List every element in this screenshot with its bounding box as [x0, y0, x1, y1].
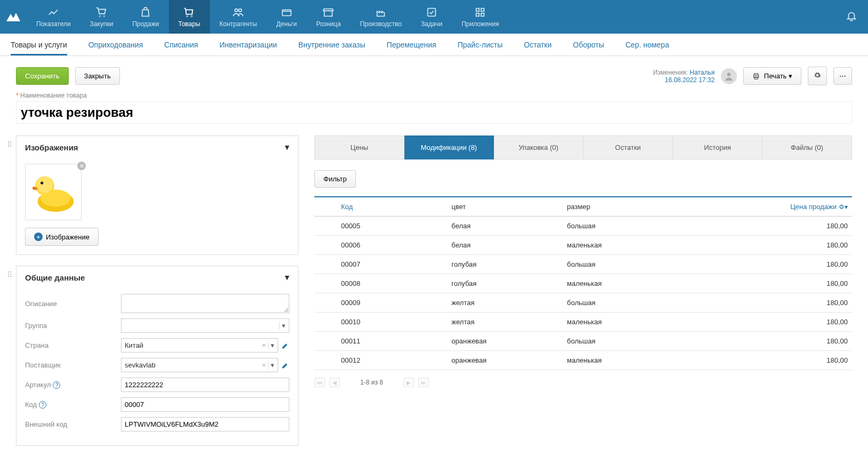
- table-row[interactable]: 00011оранжеваябольшая180,00: [314, 332, 852, 351]
- bell-icon: [846, 10, 857, 22]
- tab-modifications[interactable]: Модификации (8): [404, 135, 494, 159]
- notifications-button[interactable]: [835, 10, 868, 23]
- more-button[interactable]: ⋯: [833, 67, 852, 85]
- country-select[interactable]: Китай ×▾: [121, 338, 278, 353]
- general-panel-header[interactable]: Общие данные ▾: [17, 266, 298, 289]
- changed-user-link[interactable]: Наталья: [689, 69, 715, 76]
- table-row[interactable]: 00008голубаямаленькая180,00: [314, 274, 852, 293]
- cart-icon: [183, 6, 195, 18]
- clear-icon[interactable]: ×: [260, 361, 269, 369]
- close-button[interactable]: Закрыть: [75, 67, 120, 85]
- drag-handle-icon[interactable]: ⠿: [7, 140, 12, 149]
- page-first-button[interactable]: ⏮: [314, 378, 325, 387]
- change-info: Изменения: Наталья 16.08.2022 17:32: [653, 69, 715, 84]
- subnav-turnover[interactable]: Обороты: [573, 34, 604, 55]
- nav-items: Показатели Закупки Продажи Товары Контра…: [27, 0, 835, 34]
- nav-tasks[interactable]: Задачи: [411, 0, 452, 34]
- apps-icon: [474, 6, 486, 18]
- code-input[interactable]: [121, 397, 289, 412]
- help-icon[interactable]: ?: [53, 381, 60, 389]
- subnav-movements[interactable]: Перемещения: [387, 34, 436, 55]
- people-icon: [232, 6, 244, 18]
- gear-icon[interactable]: ⚙▾: [839, 203, 848, 211]
- pencil-icon[interactable]: [281, 341, 289, 350]
- col-price[interactable]: Цена продажи⚙▾: [677, 197, 852, 217]
- save-button[interactable]: Сохранить: [16, 67, 69, 85]
- filter-button[interactable]: Фильтр: [314, 170, 356, 188]
- tab-packaging[interactable]: Упаковка (0): [494, 135, 583, 159]
- nav-counterparties[interactable]: Контрагенты: [210, 0, 267, 34]
- drag-handle-icon[interactable]: ⠿: [7, 270, 12, 279]
- remove-image-button[interactable]: ✕: [77, 162, 86, 170]
- avatar[interactable]: [721, 68, 737, 84]
- subnav-internal-orders[interactable]: Внутренние заказы: [298, 34, 366, 55]
- nav-purchases[interactable]: Закупки: [80, 0, 123, 34]
- subnav-receipts[interactable]: Оприходования: [88, 34, 143, 55]
- svg-point-4: [235, 9, 238, 11]
- subnav-serial[interactable]: Сер. номера: [626, 34, 669, 55]
- nav-apps[interactable]: Приложения: [452, 0, 508, 34]
- supplier-select[interactable]: sevkavlab ×▾: [121, 358, 278, 372]
- article-input[interactable]: [121, 378, 289, 392]
- subnav-writeoffs[interactable]: Списания: [164, 34, 198, 55]
- dots-icon: ⋯: [839, 72, 846, 80]
- supplier-label: Поставщик: [25, 361, 121, 369]
- subnav-products-services[interactable]: Товары и услуги: [11, 34, 67, 55]
- col-size[interactable]: размер: [563, 197, 677, 217]
- tab-balances[interactable]: Остатки: [583, 135, 673, 159]
- group-select[interactable]: ▾: [121, 318, 289, 333]
- plus-icon: +: [34, 233, 43, 241]
- nav-retail[interactable]: Розница: [306, 0, 350, 34]
- page-next-button[interactable]: ▶: [403, 378, 414, 387]
- table-row[interactable]: 00012оранжеваямаленькая180,00: [314, 351, 852, 370]
- product-name-input[interactable]: [16, 101, 852, 124]
- external-code-input[interactable]: [121, 417, 289, 431]
- subnav-inventory[interactable]: Инвентаризации: [220, 34, 277, 55]
- subnav-balances[interactable]: Остатки: [524, 34, 551, 55]
- nav-sales[interactable]: Продажи: [123, 0, 168, 34]
- store-icon: [322, 6, 334, 18]
- nav-money[interactable]: Деньги: [266, 0, 306, 34]
- tab-files[interactable]: Файлы (0): [762, 135, 852, 159]
- page-prev-button[interactable]: ◀: [329, 378, 340, 387]
- nav-production[interactable]: Производство: [351, 0, 411, 34]
- col-code[interactable]: Код: [314, 197, 447, 217]
- table-row[interactable]: 00010желтаямаленькая180,00: [314, 313, 852, 332]
- chevron-down-icon: ▾: [285, 142, 289, 152]
- pencil-icon[interactable]: [281, 361, 289, 370]
- nav-indicators[interactable]: Показатели: [27, 0, 80, 34]
- page-last-button[interactable]: ⏭: [418, 378, 429, 387]
- name-section: * Наименование товара: [0, 92, 868, 130]
- images-panel-header[interactable]: Изображения ▾: [17, 136, 298, 158]
- col-color[interactable]: цвет: [447, 197, 563, 217]
- product-image[interactable]: [25, 164, 82, 220]
- images-panel: ⠿ Изображения ▾ ✕: [16, 135, 298, 255]
- tabs: Цены Модификации (8) Упаковка (0) Остатк…: [314, 135, 852, 159]
- settings-button[interactable]: [808, 67, 827, 85]
- clear-icon[interactable]: ×: [260, 341, 269, 349]
- table-row[interactable]: 00005белаябольшая180,00: [314, 217, 852, 236]
- article-label: Артикул?: [25, 381, 121, 389]
- name-label: * Наименование товара: [16, 92, 852, 99]
- description-input[interactable]: [121, 294, 289, 313]
- logo[interactable]: [0, 0, 27, 34]
- table-row[interactable]: 00007голубаябольшая180,00: [314, 255, 852, 274]
- chevron-down-icon: ▾: [285, 273, 289, 282]
- add-image-button[interactable]: + Изображение: [25, 228, 99, 246]
- table-row[interactable]: 00006белаямаленькая180,00: [314, 236, 852, 255]
- svg-point-12: [727, 73, 731, 76]
- chevron-down-icon: ▾: [789, 72, 792, 80]
- changed-date-link[interactable]: 16.08.2022 17:32: [665, 76, 715, 84]
- general-panel: ⠿ Общие данные ▾ Описание Группа ▾ Стран…: [16, 266, 298, 446]
- tab-history[interactable]: История: [673, 135, 762, 159]
- table-row[interactable]: 00009желтаябольшая180,00: [314, 293, 852, 313]
- svg-point-1: [104, 15, 106, 17]
- nav-products[interactable]: Товары: [169, 0, 210, 34]
- tab-prices[interactable]: Цены: [314, 135, 404, 159]
- help-icon[interactable]: ?: [39, 401, 46, 409]
- svg-point-2: [186, 15, 188, 17]
- avatar-icon: [724, 71, 734, 82]
- print-button[interactable]: Печать ▾: [743, 67, 801, 85]
- subnav-pricelists[interactable]: Прайс-листы: [458, 34, 503, 55]
- image-preview: ✕: [25, 164, 84, 220]
